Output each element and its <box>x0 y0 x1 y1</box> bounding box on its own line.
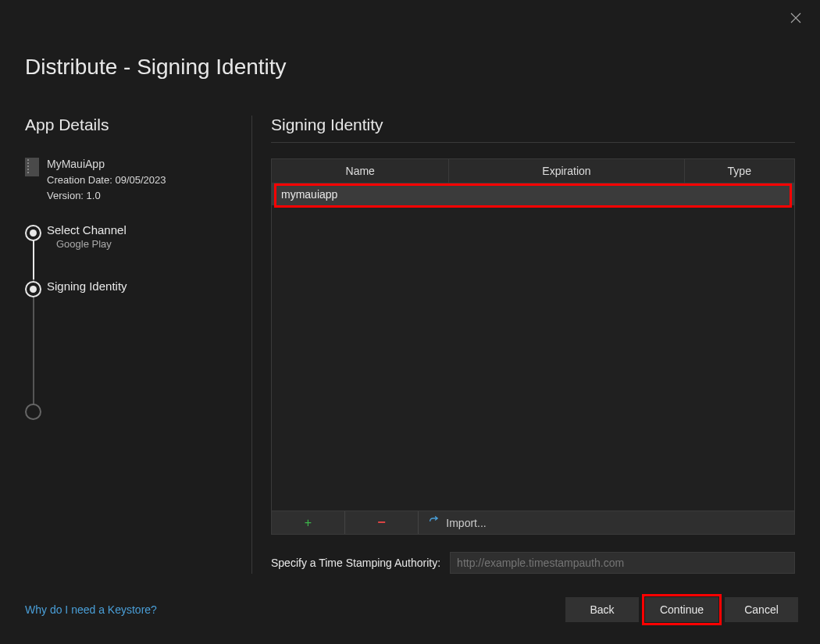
continue-button[interactable]: Continue <box>645 597 718 622</box>
back-button[interactable]: Back <box>565 597 639 622</box>
column-header-type[interactable]: Type <box>685 159 794 183</box>
wizard-connector <box>33 279 34 418</box>
footer-buttons: Back Continue Cancel <box>565 597 798 622</box>
page-title: Distribute - Signing Identity <box>25 55 287 80</box>
wizard-steps: Select Channel Google Play Signing Ident… <box>25 223 236 293</box>
table-header-row: Name Expiration Type <box>272 159 794 183</box>
close-button[interactable] <box>790 12 801 23</box>
table-body: mymauiapp <box>272 183 794 511</box>
import-label: Import... <box>446 517 486 529</box>
plus-icon: + <box>305 516 312 530</box>
timestamp-label: Specify a Time Stamping Authority: <box>271 557 440 569</box>
content-pane: Signing Identity Name Expiration Type my… <box>271 116 795 574</box>
column-header-expiration[interactable]: Expiration <box>449 159 684 183</box>
timestamp-row: Specify a Time Stamping Authority: <box>271 552 795 574</box>
app-name: MyMauiApp <box>47 156 166 173</box>
add-identity-button[interactable]: + <box>272 511 345 534</box>
wizard-step-label: Select Channel <box>47 223 236 237</box>
app-details-block: MyMauiApp Creation Date: 09/05/2023 Vers… <box>25 156 236 203</box>
keystore-help-link[interactable]: Why do I need a Keystore? <box>25 603 157 616</box>
cell-expiration <box>449 183 684 205</box>
wizard-step-sublabel: Google Play <box>56 238 236 250</box>
step-bullet-done-icon <box>25 225 41 241</box>
vertical-divider <box>251 116 252 574</box>
app-version: Version: 1.0 <box>47 188 166 204</box>
minus-icon: − <box>377 514 386 531</box>
wizard-step-select-channel[interactable]: Select Channel Google Play <box>47 223 236 250</box>
cancel-button[interactable]: Cancel <box>725 597 798 622</box>
cell-type <box>685 183 794 205</box>
app-creation-date: Creation Date: 09/05/2023 <box>47 173 166 188</box>
wizard-step-signing-identity[interactable]: Signing Identity <box>47 279 236 293</box>
content-heading: Signing Identity <box>271 116 795 143</box>
import-identity-button[interactable]: Import... <box>419 511 497 534</box>
cell-name: mymauiapp <box>272 183 449 205</box>
remove-identity-button[interactable]: − <box>345 511 419 534</box>
sidebar: App Details MyMauiApp Creation Date: 09/… <box>25 116 251 574</box>
app-info-lines: MyMauiApp Creation Date: 09/05/2023 Vers… <box>47 156 166 203</box>
main-area: App Details MyMauiApp Creation Date: 09/… <box>25 116 795 574</box>
table-toolbar: + − Import... <box>272 511 794 534</box>
signing-identity-table: Name Expiration Type mymauiapp + − <box>271 158 795 535</box>
wizard-step-label: Signing Identity <box>47 279 236 293</box>
column-header-name[interactable]: Name <box>272 159 449 183</box>
sidebar-heading: App Details <box>25 116 236 134</box>
footer: Why do I need a Keystore? Back Continue … <box>25 597 798 622</box>
table-row[interactable]: mymauiapp <box>272 183 794 205</box>
archive-icon <box>25 158 39 176</box>
timestamp-authority-input[interactable] <box>450 552 795 574</box>
step-bullet-future-icon <box>25 404 41 420</box>
import-icon <box>429 516 441 529</box>
step-bullet-current-icon <box>25 281 41 297</box>
